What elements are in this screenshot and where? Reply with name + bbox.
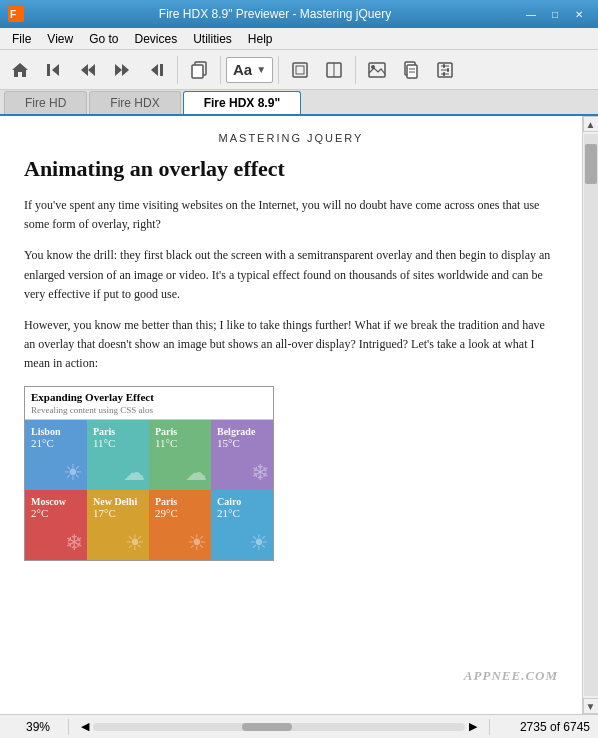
toolbar-rewind-button[interactable] (38, 54, 70, 86)
book-title: MASTERING JQUERY (24, 132, 558, 144)
toolbar-back-button[interactable] (72, 54, 104, 86)
tab-fire-hd[interactable]: Fire HD (4, 91, 87, 114)
page-count: 2735 of 6745 (490, 720, 590, 734)
overlay-cell-0: Lisbon 21°C ☀ (25, 420, 87, 490)
toolbar-font-button[interactable]: Aa ▼ (226, 57, 273, 83)
toolbar-view2-button[interactable] (318, 54, 350, 86)
overlay-cell-6: Paris 29°C ☀ (149, 490, 211, 560)
menu-help[interactable]: Help (240, 28, 281, 49)
watermark: APPNEE.COM (464, 668, 558, 684)
status-scroll-right[interactable]: ▶ (465, 720, 481, 733)
overlay-cell-3: Belgrade 15°C ❄ (211, 420, 273, 490)
paragraph-3: However, you know me better than this; I… (24, 316, 558, 374)
svg-marker-5 (88, 64, 95, 76)
overlay-cell-4: Moscow 2°C ❄ (25, 490, 87, 560)
svg-rect-14 (296, 66, 304, 74)
svg-marker-9 (151, 64, 158, 76)
close-button[interactable]: ✕ (568, 5, 590, 23)
status-scroll-area: ◀ ▶ (69, 720, 489, 733)
zoom-level: 39% (8, 720, 68, 734)
menu-goto[interactable]: Go to (81, 28, 126, 49)
paragraph-2: You know the drill: they first black out… (24, 246, 558, 304)
svg-rect-13 (293, 63, 307, 77)
overlay-cell-1: Paris 11°C ☁ (87, 420, 149, 490)
menu-file[interactable]: File (4, 28, 39, 49)
app-icon: F (8, 6, 24, 22)
svg-marker-6 (81, 64, 88, 76)
toolbar-forward-button[interactable] (106, 54, 138, 86)
overlay-widget-header: Expanding Overlay Effect Revealing conte… (25, 387, 273, 420)
svg-marker-7 (115, 64, 122, 76)
toolbar: Aa ▼ (0, 50, 598, 90)
toolbar-separator-3 (278, 56, 279, 84)
svg-marker-8 (122, 64, 129, 76)
status-scroll-thumb[interactable] (242, 723, 292, 731)
status-scroll-left[interactable]: ◀ (77, 720, 93, 733)
overlay-widget: Expanding Overlay Effect Revealing conte… (24, 386, 274, 561)
window-title: Fire HDX 8.9" Previewer - Mastering jQue… (30, 7, 520, 21)
tab-fire-hdx[interactable]: Fire HDX (89, 91, 180, 114)
status-bar: 39% ◀ ▶ 2735 of 6745 (0, 714, 598, 738)
svg-rect-12 (192, 65, 203, 78)
toolbar-separator-2 (220, 56, 221, 84)
window-controls: — □ ✕ (520, 5, 590, 23)
menu-bar: File View Go to Devices Utilities Help (0, 28, 598, 50)
svg-rect-29 (443, 72, 445, 76)
svg-rect-27 (443, 64, 445, 68)
scroll-thumb[interactable] (585, 144, 597, 184)
chapter-title: Animating an overlay effect (24, 156, 558, 182)
toolbar-image-button[interactable] (361, 54, 393, 86)
scroll-up-button[interactable]: ▲ (583, 116, 599, 132)
toolbar-settings-button[interactable] (429, 54, 461, 86)
status-scroll-track[interactable] (93, 723, 465, 731)
scroll-track[interactable] (584, 134, 598, 696)
toolbar-pages-button[interactable] (395, 54, 427, 86)
device-tabs: Fire HD Fire HDX Fire HDX 8.9" (0, 90, 598, 116)
book-content: MASTERING JQUERY Animating an overlay ef… (0, 116, 582, 714)
content-wrapper: MASTERING JQUERY Animating an overlay ef… (0, 116, 598, 714)
toolbar-separator-4 (355, 56, 356, 84)
svg-rect-4 (47, 64, 50, 76)
svg-rect-28 (447, 68, 449, 72)
toolbar-separator-1 (177, 56, 178, 84)
svg-marker-3 (52, 64, 59, 76)
toolbar-home-button[interactable] (4, 54, 36, 86)
toolbar-copy-button[interactable] (183, 54, 215, 86)
toolbar-view1-button[interactable] (284, 54, 316, 86)
toolbar-fast-forward-button[interactable] (140, 54, 172, 86)
maximize-button[interactable]: □ (544, 5, 566, 23)
paragraph-1: If you've spent any time visiting websit… (24, 196, 558, 234)
minimize-button[interactable]: — (520, 5, 542, 23)
overlay-cell-7: Cairo 21°C ☀ (211, 490, 273, 560)
vertical-scrollbar[interactable]: ▲ ▼ (582, 116, 598, 714)
overlay-grid: Lisbon 21°C ☀ Paris 11°C ☁ Paris 11°C ☁ … (25, 420, 273, 560)
overlay-cell-2: Paris 11°C ☁ (149, 420, 211, 490)
menu-devices[interactable]: Devices (127, 28, 186, 49)
menu-view[interactable]: View (39, 28, 81, 49)
scroll-down-button[interactable]: ▼ (583, 698, 599, 714)
svg-rect-10 (160, 64, 163, 76)
svg-marker-2 (12, 63, 28, 77)
title-bar: F Fire HDX 8.9" Previewer - Mastering jQ… (0, 0, 598, 28)
menu-utilities[interactable]: Utilities (185, 28, 240, 49)
overlay-cell-5: New Delhi 17°C ☀ (87, 490, 149, 560)
tab-fire-hdx-89[interactable]: Fire HDX 8.9" (183, 91, 301, 114)
svg-text:F: F (10, 9, 16, 20)
